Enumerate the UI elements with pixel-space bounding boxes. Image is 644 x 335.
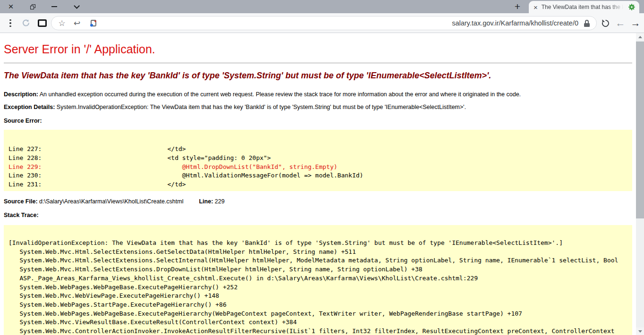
tab-strip: × + × The ViewData item that has the k (0, 0, 644, 13)
forward-button[interactable]: ← (614, 13, 627, 33)
source-file-path: d:\Salary\Areas\Karfarma\Views\KholList\… (39, 198, 183, 205)
error-subtitle: The ViewData item that has the key 'Bank… (4, 71, 632, 81)
back-button[interactable]: → (629, 13, 642, 33)
error-page: Server Error in '/' Application. The Vie… (0, 33, 636, 335)
stack-trace-line: [InvalidOperationException: The ViewData… (8, 239, 632, 248)
page-action-icon[interactable] (87, 17, 99, 30)
browser-menu-button[interactable] (6, 13, 15, 33)
vertical-scrollbar[interactable] (636, 33, 644, 335)
browser-toolbar: ☆ ↩ salary.tax.gov.ir/Karfarma/khollist/… (0, 13, 644, 33)
stack-trace-line: System.Web.WebPages.WebPageBase.ExecuteP… (8, 283, 632, 292)
scrollbar-thumb[interactable] (636, 42, 644, 218)
stack-trace-line: System.Web.WebPages.StartPage.ExecutePag… (8, 301, 632, 310)
source-code-line: Line 230: @Html.ValidationMessageFor(mod… (8, 171, 632, 180)
window-restore-button[interactable] (25, 0, 40, 13)
source-code-line: Line 227: </td> (8, 145, 632, 154)
source-code: Line 227: </td>Line 228: <td style="padd… (4, 130, 632, 191)
address-bar[interactable]: ☆ ↩ salary.tax.gov.ir/Karfarma/khollist/… (51, 16, 597, 30)
send-page-icon[interactable]: ↩ (71, 17, 83, 30)
scroll-down-button[interactable] (636, 327, 644, 335)
description-line: Description: An unhandled exception occu… (4, 91, 632, 98)
tab-favicon-gear-icon (628, 3, 636, 11)
stack-trace-line: ASP._Page_Areas_Karfarma_Views_khollist_… (8, 274, 632, 283)
new-tab-button[interactable]: + (511, 0, 524, 13)
source-code-error-line: Line 229: @Html.DropDownList("BankId", s… (8, 163, 632, 172)
stack-trace: [InvalidOperationException: The ViewData… (4, 225, 632, 335)
stack-trace-line: System.Web.WebPages.WebPageBase.ExecuteP… (8, 310, 632, 318)
exception-text: System.InvalidOperationException: The Vi… (57, 104, 466, 110)
browser-tab[interactable]: × The ViewData item that has the k (529, 1, 639, 13)
line-label: Line: (199, 198, 213, 205)
tab-title: The ViewData item that has the k (542, 4, 625, 10)
exception-line: Exception Details: System.InvalidOperati… (4, 104, 632, 110)
minimize-icon (51, 6, 57, 7)
line-number: 229 (215, 198, 225, 205)
source-error-label: Source Error: (4, 117, 632, 124)
stack-trace-line: System.Web.Mvc.Html.SelectExtensions.Get… (8, 248, 632, 257)
source-file-label: Source File: (4, 198, 38, 205)
stack-trace-line: System.Web.Mvc.ViewResultBase.ExecuteRes… (8, 318, 632, 327)
stack-trace-label: Stack Trace: (4, 212, 632, 218)
side-panel-glyph (38, 19, 47, 27)
stack-trace-line: System.Web.Mvc.Html.SelectExtensions.Dro… (8, 265, 632, 274)
window-minimize-button[interactable] (47, 0, 61, 13)
page-title: Server Error in '/' Application. (4, 42, 632, 56)
scroll-up-icon (638, 36, 642, 38)
description-label: Description: (4, 91, 38, 98)
source-code-line: Line 228: <td style="padding: 0 20px"> (8, 154, 632, 163)
chevron-down-icon (74, 3, 80, 9)
lock-icon[interactable] (584, 20, 590, 27)
exception-label: Exception Details: (4, 104, 55, 110)
stack-trace-line: System.Web.Mvc.WebViewPage.ExecutePageHi… (8, 292, 632, 301)
bookmark-star-icon[interactable]: ☆ (56, 17, 68, 30)
tab-close-icon[interactable]: × (534, 4, 538, 11)
browser-window: × + × The ViewData item that has the k (0, 0, 644, 335)
side-panel-icon[interactable] (36, 13, 48, 33)
divider (4, 63, 632, 63)
extension-icon[interactable] (20, 13, 32, 33)
source-file-line: Source File: d:\Salary\Areas\Karfarma\Vi… (4, 198, 632, 205)
description-text: An unhandled exception occurred during t… (40, 91, 521, 98)
scroll-down-icon (638, 330, 642, 333)
source-code-line: Line 231: </td> (8, 180, 632, 189)
window-close-button[interactable]: × (4, 0, 18, 13)
stack-trace-line: System.Web.Mvc.Html.SelectExtensions.Sel… (8, 256, 632, 265)
stack-trace-line: System.Web.Mvc.ControllerActionInvoker.I… (8, 327, 632, 335)
reload-button[interactable] (599, 13, 612, 33)
window-menu-button[interactable] (68, 0, 83, 13)
restore-icon (30, 4, 35, 9)
scroll-up-button[interactable] (636, 33, 644, 41)
url-text: salary.tax.gov.ir/Karfarma/khollist/crea… (452, 17, 578, 30)
